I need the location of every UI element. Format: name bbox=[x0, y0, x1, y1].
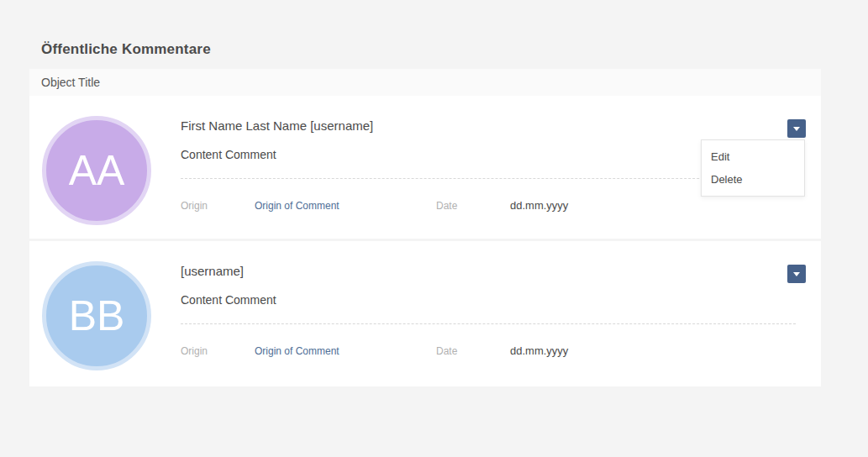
comment-actions-menu: Edit Delete bbox=[701, 139, 805, 197]
comment-content: Content Comment bbox=[181, 293, 276, 307]
date-value: dd.mm.yyyy bbox=[510, 199, 568, 212]
avatar: BB bbox=[42, 261, 151, 370]
comment-author: First Name Last Name [username] bbox=[181, 118, 373, 134]
origin-of-comment-link[interactable]: Origin of Comment bbox=[255, 345, 339, 357]
date-label: Date bbox=[436, 345, 457, 357]
caret-down-icon bbox=[793, 127, 800, 131]
comments-panel: Object Title AA First Name Last Name [us… bbox=[29, 69, 821, 386]
comment-card: AA First Name Last Name [username] Conte… bbox=[29, 96, 821, 239]
comment-author: [username] bbox=[181, 264, 244, 279]
dashed-divider bbox=[181, 323, 796, 324]
object-title-bar: Object Title bbox=[29, 69, 821, 96]
avatar-initials: BB bbox=[69, 295, 125, 337]
menu-item-edit[interactable]: Edit bbox=[702, 145, 804, 168]
origin-of-comment-link[interactable]: Origin of Comment bbox=[255, 200, 339, 212]
avatar-initials: AA bbox=[69, 150, 125, 192]
comment-actions-dropdown-button[interactable] bbox=[787, 119, 806, 138]
comment-actions-dropdown-button[interactable] bbox=[787, 265, 806, 283]
page-title: Öffentliche Kommentare bbox=[41, 41, 211, 58]
caret-down-icon bbox=[793, 272, 800, 276]
date-value: dd.mm.yyyy bbox=[510, 344, 568, 357]
date-label: Date bbox=[436, 200, 457, 212]
origin-label: Origin bbox=[181, 200, 208, 212]
comment-content: Content Comment bbox=[181, 148, 276, 161]
avatar: AA bbox=[42, 116, 151, 225]
origin-label: Origin bbox=[181, 345, 208, 357]
comment-card: BB [username] Content Comment Origin Ori… bbox=[29, 241, 821, 386]
object-title-label: Object Title bbox=[41, 76, 100, 89]
menu-item-delete[interactable]: Delete bbox=[702, 168, 804, 191]
